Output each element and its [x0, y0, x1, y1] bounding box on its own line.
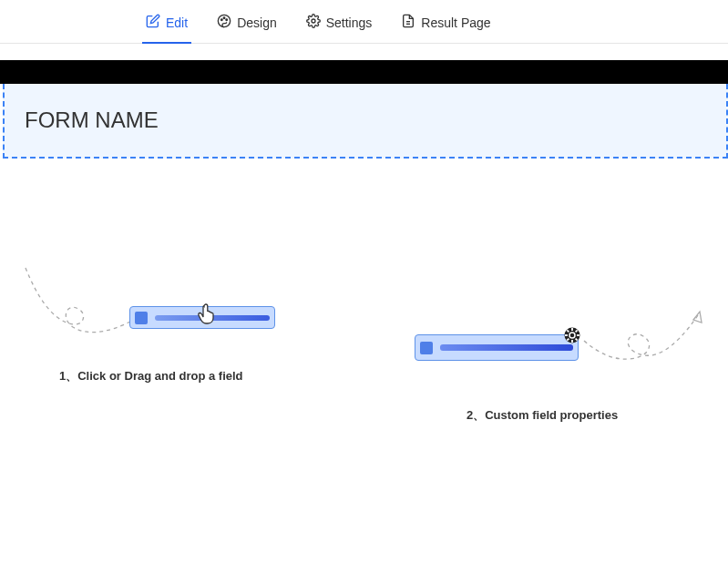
settings-icon — [306, 14, 321, 31]
hand-cursor-icon — [196, 303, 218, 327]
tab-label: Result Page — [421, 15, 490, 30]
field-placeholder-properties[interactable] — [415, 334, 579, 361]
field-bar-icon — [440, 344, 573, 351]
tab-settings[interactable]: Settings — [306, 11, 373, 43]
form-canvas[interactable]: 1、Click or Drag and drop a field — [0, 159, 728, 550]
file-icon — [401, 14, 415, 31]
tab-edit[interactable]: Edit — [146, 11, 188, 43]
tab-label: Edit — [166, 15, 188, 30]
tab-design[interactable]: Design — [217, 11, 277, 43]
gear-icon — [563, 326, 581, 344]
tab-label: Settings — [326, 15, 373, 30]
tab-label: Design — [237, 15, 277, 30]
svg-point-1 — [221, 19, 223, 21]
svg-point-4 — [312, 19, 315, 23]
form-header-area[interactable]: FORM NAME — [3, 84, 728, 159]
tab-result-page[interactable]: Result Page — [401, 11, 490, 43]
svg-point-2 — [223, 17, 225, 19]
tab-bar: Edit Design Settings — [0, 0, 728, 44]
hint-step2-label: 2、Custom field properties — [467, 407, 618, 424]
field-square-icon — [135, 312, 148, 324]
hint-step1-label: 1、Click or Drag and drop a field — [59, 368, 243, 384]
form-editor: FORM NAME 1、Click or Drag and drop a fie… — [0, 60, 728, 579]
palette-icon — [217, 14, 231, 31]
form-top-bar — [0, 60, 728, 84]
edit-icon — [146, 14, 160, 31]
hint-arrow-icon — [579, 306, 716, 388]
svg-point-3 — [226, 19, 228, 21]
field-square-icon — [420, 342, 433, 354]
form-name-label[interactable]: FORM NAME — [25, 108, 706, 133]
